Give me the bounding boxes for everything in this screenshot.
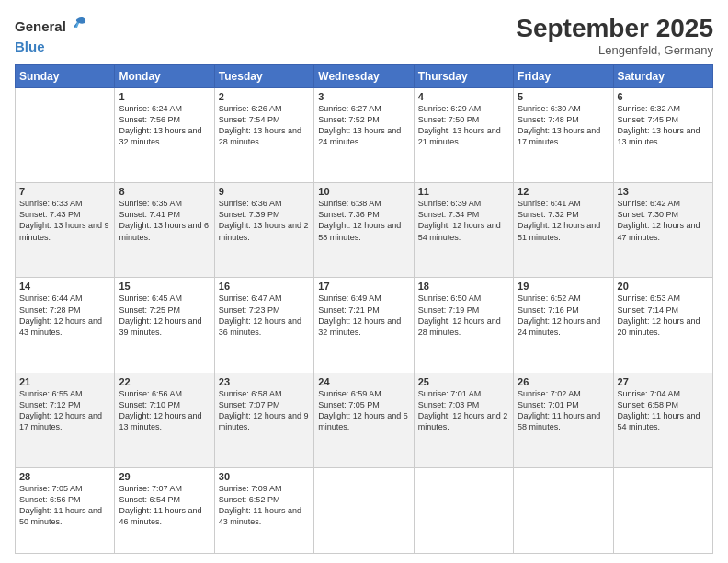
day-number: 12 [518,186,609,197]
calendar-cell: 25Sunrise: 7:01 AMSunset: 7:03 PMDayligh… [414,373,513,467]
cell-info: Sunrise: 6:29 AMSunset: 7:50 PMDaylight:… [418,103,509,148]
location: Lengenfeld, Germany [516,43,713,57]
day-header-thursday: Thursday [414,64,513,87]
day-number: 25 [418,376,509,387]
calendar-cell: 19Sunrise: 6:52 AMSunset: 7:16 PMDayligh… [514,278,613,373]
day-header-tuesday: Tuesday [214,64,313,87]
cell-info: Sunrise: 6:36 AMSunset: 7:39 PMDaylight:… [219,198,310,243]
cell-info: Sunrise: 6:30 AMSunset: 7:48 PMDaylight:… [518,103,609,148]
day-number: 28 [19,471,110,482]
calendar-cell: 26Sunrise: 7:02 AMSunset: 7:01 PMDayligh… [514,373,613,467]
cell-info: Sunrise: 6:41 AMSunset: 7:32 PMDaylight:… [518,198,609,243]
calendar-cell: 23Sunrise: 6:58 AMSunset: 7:07 PMDayligh… [214,373,313,467]
day-number: 30 [219,471,310,482]
day-number: 5 [518,91,609,102]
calendar-cell: 2Sunrise: 6:26 AMSunset: 7:54 PMDaylight… [214,87,313,182]
day-number: 15 [119,281,210,292]
week-row-4: 21Sunrise: 6:55 AMSunset: 7:12 PMDayligh… [16,373,713,467]
calendar-cell: 13Sunrise: 6:42 AMSunset: 7:30 PMDayligh… [613,183,712,278]
calendar-cell: 30Sunrise: 7:09 AMSunset: 6:52 PMDayligh… [214,467,313,553]
cell-info: Sunrise: 6:24 AMSunset: 7:56 PMDaylight:… [119,103,210,148]
calendar-cell: 17Sunrise: 6:49 AMSunset: 7:21 PMDayligh… [314,278,414,373]
calendar-cell: 21Sunrise: 6:55 AMSunset: 7:12 PMDayligh… [16,373,115,467]
calendar-cell: 3Sunrise: 6:27 AMSunset: 7:52 PMDaylight… [314,87,414,182]
cell-info: Sunrise: 6:58 AMSunset: 7:07 PMDaylight:… [219,388,310,433]
calendar-cell: 20Sunrise: 6:53 AMSunset: 7:14 PMDayligh… [613,278,712,373]
day-number: 23 [219,376,310,387]
calendar-cell: 7Sunrise: 6:33 AMSunset: 7:43 PMDaylight… [16,183,115,278]
header: General Blue September 2025 Lengenfeld, … [15,15,713,57]
day-number: 1 [119,91,210,102]
logo-bird-icon [68,15,88,39]
cell-info: Sunrise: 6:50 AMSunset: 7:19 PMDaylight:… [418,293,509,338]
week-row-1: 1Sunrise: 6:24 AMSunset: 7:56 PMDaylight… [16,87,713,182]
calendar-cell: 14Sunrise: 6:44 AMSunset: 7:28 PMDayligh… [16,278,115,373]
cell-info: Sunrise: 6:38 AMSunset: 7:36 PMDaylight:… [318,198,409,243]
calendar-cell: 5Sunrise: 6:30 AMSunset: 7:48 PMDaylight… [514,87,613,182]
calendar-table: SundayMondayTuesdayWednesdayThursdayFrid… [15,64,713,554]
cell-info: Sunrise: 6:49 AMSunset: 7:21 PMDaylight:… [318,293,409,338]
logo-blue: Blue [15,39,45,54]
day-number: 7 [19,186,110,197]
calendar-cell: 16Sunrise: 6:47 AMSunset: 7:23 PMDayligh… [214,278,313,373]
day-header-friday: Friday [514,64,613,87]
calendar-cell: 8Sunrise: 6:35 AMSunset: 7:41 PMDaylight… [115,183,214,278]
day-header-sunday: Sunday [16,64,115,87]
cell-info: Sunrise: 6:44 AMSunset: 7:28 PMDaylight:… [19,293,110,338]
cell-info: Sunrise: 6:55 AMSunset: 7:12 PMDaylight:… [19,388,110,433]
day-number: 19 [518,281,609,292]
calendar-cell: 27Sunrise: 7:04 AMSunset: 6:58 PMDayligh… [613,373,712,467]
calendar-cell: 22Sunrise: 6:56 AMSunset: 7:10 PMDayligh… [115,373,214,467]
calendar-cell: 4Sunrise: 6:29 AMSunset: 7:50 PMDaylight… [414,87,513,182]
day-number: 18 [418,281,509,292]
cell-info: Sunrise: 7:04 AMSunset: 6:58 PMDaylight:… [618,388,709,433]
day-number: 4 [418,91,509,102]
cell-info: Sunrise: 6:52 AMSunset: 7:16 PMDaylight:… [518,293,609,338]
cell-info: Sunrise: 7:02 AMSunset: 7:01 PMDaylight:… [518,388,609,433]
day-number: 8 [119,186,210,197]
cell-info: Sunrise: 6:33 AMSunset: 7:43 PMDaylight:… [19,198,110,243]
calendar-cell [514,467,613,553]
page: General Blue September 2025 Lengenfeld, … [0,0,728,563]
day-number: 3 [318,91,409,102]
cell-info: Sunrise: 6:56 AMSunset: 7:10 PMDaylight:… [119,388,210,433]
day-header-monday: Monday [115,64,214,87]
cell-info: Sunrise: 6:35 AMSunset: 7:41 PMDaylight:… [119,198,210,243]
day-number: 13 [618,186,709,197]
cell-info: Sunrise: 6:47 AMSunset: 7:23 PMDaylight:… [219,293,310,338]
cell-info: Sunrise: 6:59 AMSunset: 7:05 PMDaylight:… [318,388,409,433]
calendar-cell: 11Sunrise: 6:39 AMSunset: 7:34 PMDayligh… [414,183,513,278]
day-number: 24 [318,376,409,387]
cell-info: Sunrise: 6:39 AMSunset: 7:34 PMDaylight:… [418,198,509,243]
logo-general: General [15,18,66,35]
logo: General Blue [15,15,88,55]
calendar-cell: 6Sunrise: 6:32 AMSunset: 7:45 PMDaylight… [613,87,712,182]
day-number: 14 [19,281,110,292]
calendar-cell: 15Sunrise: 6:45 AMSunset: 7:25 PMDayligh… [115,278,214,373]
calendar-cell: 10Sunrise: 6:38 AMSunset: 7:36 PMDayligh… [314,183,414,278]
calendar-cell [16,87,115,182]
day-number: 2 [219,91,310,102]
calendar-cell: 1Sunrise: 6:24 AMSunset: 7:56 PMDaylight… [115,87,214,182]
cell-info: Sunrise: 6:45 AMSunset: 7:25 PMDaylight:… [119,293,210,338]
day-number: 11 [418,186,509,197]
month-title: September 2025 [516,15,713,43]
cell-info: Sunrise: 7:09 AMSunset: 6:52 PMDaylight:… [219,483,310,528]
calendar-cell: 12Sunrise: 6:41 AMSunset: 7:32 PMDayligh… [514,183,613,278]
day-header-wednesday: Wednesday [314,64,414,87]
day-header-saturday: Saturday [613,64,712,87]
cell-info: Sunrise: 6:32 AMSunset: 7:45 PMDaylight:… [618,103,709,148]
cell-info: Sunrise: 7:05 AMSunset: 6:56 PMDaylight:… [19,483,110,528]
calendar-cell: 18Sunrise: 6:50 AMSunset: 7:19 PMDayligh… [414,278,513,373]
calendar-cell: 29Sunrise: 7:07 AMSunset: 6:54 PMDayligh… [115,467,214,553]
cell-info: Sunrise: 6:42 AMSunset: 7:30 PMDaylight:… [618,198,709,243]
day-number: 22 [119,376,210,387]
week-row-5: 28Sunrise: 7:05 AMSunset: 6:56 PMDayligh… [16,467,713,553]
day-number: 10 [318,186,409,197]
calendar-cell [613,467,712,553]
cell-info: Sunrise: 6:53 AMSunset: 7:14 PMDaylight:… [618,293,709,338]
calendar-cell: 28Sunrise: 7:05 AMSunset: 6:56 PMDayligh… [16,467,115,553]
day-number: 21 [19,376,110,387]
day-number: 26 [518,376,609,387]
day-number: 20 [618,281,709,292]
